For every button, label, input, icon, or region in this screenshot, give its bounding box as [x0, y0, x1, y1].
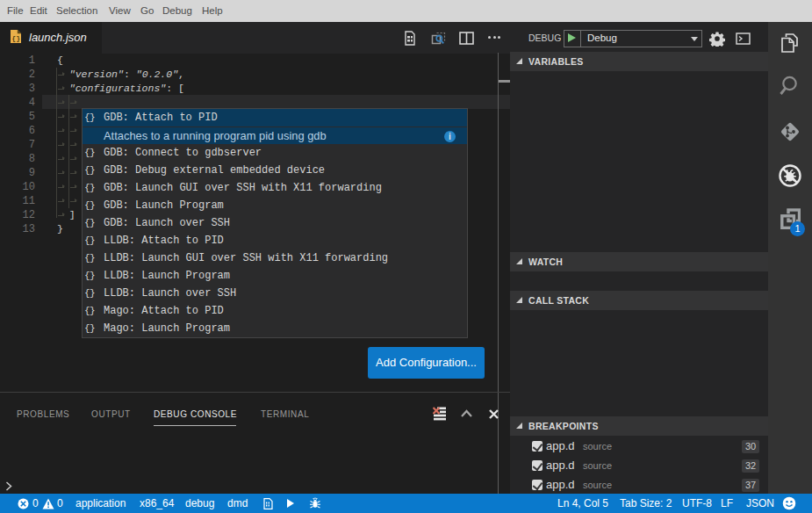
svg-text:}: } — [16, 35, 20, 42]
